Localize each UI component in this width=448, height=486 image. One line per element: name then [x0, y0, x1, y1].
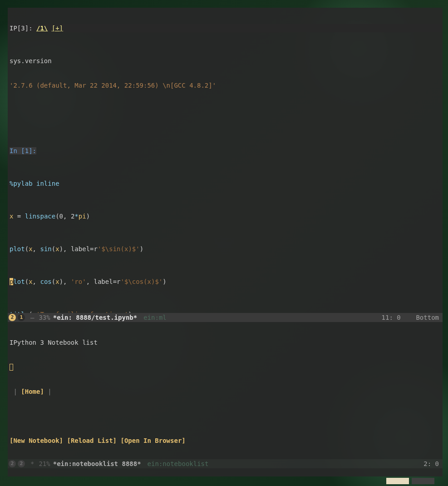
- tab-prefix: IP[3]:: [10, 25, 36, 32]
- reload-list-button[interactable]: [Reload List]: [67, 437, 117, 444]
- notebooklist-actions: [New Notebook] [Reload List] [Open In Br…: [10, 436, 441, 445]
- modeline2-badge1: 2: [9, 460, 16, 467]
- notebook-pane[interactable]: IP[3]: /1\ [+] sys.version '2.7.6 (defau…: [8, 8, 443, 313]
- cell0-code[interactable]: sys.version: [8, 57, 443, 65]
- modeline2-mode: ein:notebooklist: [148, 459, 209, 468]
- open-in-browser-button[interactable]: [Open In Browser]: [120, 437, 185, 444]
- cell1-prompt: In [1]:: [10, 147, 36, 154]
- modeline2-badge2: 2: [18, 460, 25, 467]
- notebooklist-title: IPython 3 Notebook list: [10, 338, 441, 347]
- modeline2-pos: 2: 0: [423, 460, 439, 467]
- modeline1-bottom: Bottom: [416, 314, 439, 321]
- cursor-inactive: [10, 364, 13, 371]
- minibuffer[interactable]: [8, 468, 443, 476]
- cell1-prompt-row: In [1]:: [8, 147, 443, 155]
- modeline1-pos: 11: 0: [382, 314, 401, 321]
- modeline2-buffer: *ein:notebooklist 8888*: [53, 459, 141, 468]
- modeline1-buffer: *ein: 8888/test.ipynb*: [53, 313, 137, 322]
- breadcrumb-row: | [Home] |: [10, 387, 441, 396]
- cell1-line0[interactable]: %pylab inline: [8, 179, 443, 188]
- cell1-line3[interactable]: plot(x, cos(x), 'ro', label=r'$\cos(x)$'…: [8, 278, 443, 286]
- emacs-window: IP[3]: /1\ [+] sys.version '2.7.6 (defau…: [8, 8, 443, 472]
- modeline1-badge2: 1: [18, 314, 25, 321]
- modeline-bottom: 22 * 21% *ein:notebooklist 8888* ein:not…: [8, 459, 443, 468]
- modeline1-badge1: 2: [9, 314, 16, 321]
- taskbar: [0, 476, 448, 486]
- tab-add[interactable]: [+]: [52, 25, 63, 32]
- cell0-output: '2.7.6 (default, Mar 22 2014, 22:59:56) …: [8, 81, 443, 89]
- modeline-top: 21 — 33% *ein: 8888/test.ipynb* ein:ml 1…: [8, 313, 443, 322]
- taskbar-item[interactable]: [412, 478, 434, 484]
- new-notebook-button[interactable]: [New Notebook]: [10, 437, 63, 444]
- modeline1-mode: ein:ml: [143, 313, 167, 322]
- notebooklist-pane[interactable]: IPython 3 Notebook list | [Home] | [New …: [8, 322, 443, 459]
- taskbar-item[interactable]: [386, 478, 409, 484]
- cell1-line1[interactable]: x = linspace(0, 2*pi): [8, 212, 443, 220]
- cell0-code-text: sys.version: [10, 57, 52, 64]
- tab-bar: IP[3]: /1\ [+]: [8, 24, 443, 32]
- cell1-line2[interactable]: plot(x, sin(x), label=r'$\sin(x)$'): [8, 245, 443, 253]
- tab-active[interactable]: /1\: [36, 25, 48, 32]
- home-link[interactable]: [Home]: [21, 388, 44, 395]
